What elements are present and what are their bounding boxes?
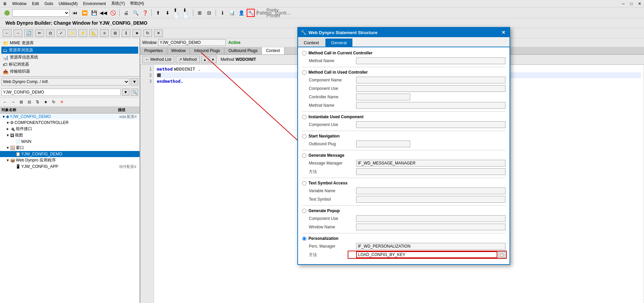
tree-item-interface[interactable]: ► 🔌 组件接口 [0,126,140,132]
radio-current-ctrl-input[interactable] [302,51,306,55]
tree-delete[interactable]: ✕ [58,98,66,106]
dialog-tab-context[interactable]: Context [298,39,325,47]
tree-item-apps[interactable]: ▼ 📦 Web Dynpro 应用程序 [0,157,140,163]
close-btn[interactable]: ✕ [638,1,641,6]
save-btn[interactable]: 💾 [90,9,98,17]
print-btn[interactable]: 🖨 [122,9,130,17]
tab-outbound[interactable]: Outbound Plugs [224,47,262,54]
radio-instantiate-input[interactable] [302,115,306,119]
component-value-dropdown[interactable]: ▼ [122,89,129,96]
nav-table[interactable]: ⊞ [111,29,120,37]
pers-method-input[interactable] [356,251,497,258]
up-btn[interactable]: ⬆ [154,9,162,17]
user-btn[interactable]: 👤 [237,9,245,17]
first-btn[interactable]: ⏮ [71,9,79,17]
radio-personalization-input[interactable] [302,236,306,241]
toggle-root[interactable]: ▼ [1,115,6,119]
tree-expand-all[interactable]: ⊞ [18,98,25,106]
prev-btn[interactable]: ⏪ [80,9,89,17]
method-down-btn[interactable]: ▼ [209,56,217,63]
method-btn[interactable]: ↗ Method [176,56,200,63]
window-name-input[interactable] [356,224,505,230]
radio-popup-input[interactable] [302,209,306,213]
toolbar-select[interactable] [12,9,70,17]
tree-nav1[interactable]: ⇅ [34,98,41,106]
tree-item-yjw-window[interactable]: 📋 YJW_CONFIG_DEMO [0,151,140,157]
nav-align[interactable]: ≡ [100,29,109,37]
contr-btn[interactable]: Contr... [279,9,287,17]
toggle-interface[interactable]: ► [5,127,10,131]
controller-name-input[interactable] [356,94,410,100]
nav-back[interactable]: ← [3,29,11,37]
tree-refresh[interactable]: ↻ [50,98,57,106]
text-symbol-input[interactable] [356,196,505,203]
menu-window[interactable]: Window [12,1,27,6]
tree-forward-btn[interactable]: → [9,98,17,106]
dialog-tab-general[interactable]: General [325,39,352,47]
nav-info[interactable]: 📊 资源库信息系统 [1,54,138,61]
menu-help[interactable]: 帮助(H) [130,1,144,6]
tab-context[interactable]: Context [262,47,284,54]
window-input[interactable] [158,39,226,46]
toggle-cc[interactable]: ▼ [5,121,10,125]
tree-collapse-all[interactable]: ⊟ [26,98,33,106]
tools-btn[interactable]: 🔧 [247,9,255,17]
tab-properties[interactable]: Properties [140,47,167,54]
tree-item-views[interactable]: ▼ 🖼 视图 [0,132,140,138]
tree-item-app[interactable]: 📱 YJW_CONFIG_APP 组件配置d [0,163,140,170]
nav-reload[interactable]: ↻ [143,29,152,37]
back-btn[interactable]: ◀◀ [99,9,107,17]
tree-item-window[interactable]: ▼ 🪟 窗口 [0,145,140,151]
nav-generate[interactable]: ⚡ [78,29,87,37]
menu-edit[interactable]: Edit [32,1,39,6]
radio-used-ctrl-input[interactable] [302,70,306,75]
radio-text-symbol-input[interactable] [302,181,306,185]
nav-refresh[interactable]: 🔄 [24,29,33,37]
nav-magic[interactable]: ✨ [68,29,76,37]
down-btn[interactable]: ⬇ [164,9,172,17]
component-use-input[interactable] [356,85,505,92]
nav-forward[interactable]: → [14,29,22,37]
component-name-input[interactable] [356,77,505,83]
method-list-btn[interactable]: ← Method List [142,56,174,63]
nav-bookmark[interactable]: ★ [132,29,141,37]
radio-navigation-input[interactable] [302,134,306,138]
tree-star[interactable]: ★ [42,98,49,106]
contract-btn[interactable]: ⊟ [205,9,213,17]
nav-browser[interactable]: 🗂 资源库浏览器 [1,47,138,54]
info-btn[interactable]: ℹ [218,9,226,17]
pie-btn[interactable]: 📊 [228,9,236,17]
method-name-input-1[interactable] [356,57,505,64]
nav-delete[interactable]: ✕ [154,29,163,37]
msg-method-input[interactable] [356,168,505,175]
comp-use-input-inst[interactable] [356,121,505,128]
pers-manager-input[interactable] [356,243,505,250]
cancel-btn[interactable]: 🚫 [109,9,117,17]
component-type-select[interactable]: Web Dynpro Comp. / Intf. [1,78,129,85]
variable-name-input[interactable] [356,187,505,194]
dialog-close-btn[interactable]: ✕ [500,29,507,36]
tab-window[interactable]: Window [167,47,190,54]
tree-item-root[interactable]: ▼ ◆ YJW_CONFIG_DEMO wda 配置# [0,113,140,120]
green-circle-btn[interactable]: 🟢 [3,9,11,17]
nav-info[interactable]: ℹ [122,29,130,37]
menu-goto[interactable]: Goto [44,1,53,6]
nav-tag[interactable]: 🏷 标记浏览器 [1,61,138,68]
nav-edit[interactable]: ✏ [35,29,44,37]
download-btn[interactable]: ⬇📄 [182,9,191,17]
toggle-window[interactable]: ▼ [5,146,10,150]
toggle-apps[interactable]: ▼ [5,158,10,162]
minimize-btn[interactable]: ─ [622,1,625,6]
maximize-btn[interactable]: □ [630,1,633,6]
popup-comp-use-input[interactable] [356,215,505,222]
component-value-input[interactable] [1,89,121,96]
upload-btn[interactable]: ⬆📄 [173,9,181,17]
find-btn[interactable]: 🔍 [131,9,140,17]
pers-method-copy-btn[interactable]: 📋 [498,251,505,258]
expand-btn[interactable]: ⊞ [196,9,204,17]
component-search-btn[interactable]: 🔍 [131,89,138,96]
radio-message-input[interactable] [302,153,306,158]
nav-check[interactable]: ✓ [57,29,66,37]
component-dropdown-btn[interactable]: ▼ [131,78,138,85]
tree-item-cc[interactable]: ▼ ⚙ COMPONENTCONTROLLER [0,120,140,126]
